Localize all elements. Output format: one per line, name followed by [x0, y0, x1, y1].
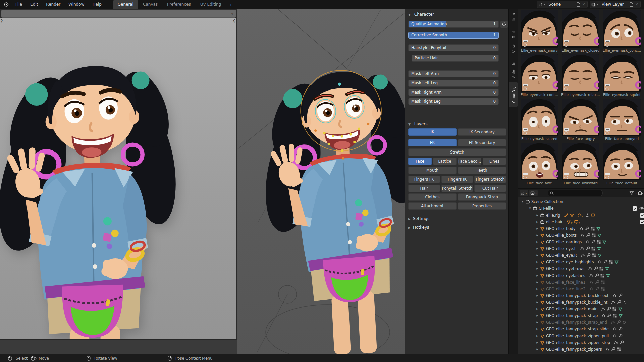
- pose-asset-thumbnail[interactable]: [603, 54, 641, 92]
- slider-corrective-smooth[interactable]: Corrective Smooth1: [408, 32, 499, 39]
- outliner-item-label[interactable]: GEO-ellie_fannypack_buckle_ext: [546, 293, 609, 298]
- outliner-item-label[interactable]: GEO-ellie_fannypack_zipper_stop: [546, 340, 610, 345]
- expand-icon[interactable]: ▶: [536, 234, 539, 237]
- layer-button-hair[interactable]: Hair: [408, 185, 440, 192]
- workspace-tab-canvas[interactable]: Canvas: [138, 0, 162, 9]
- outliner-item-label[interactable]: GEO-ellie_fannypack_strap_end: [546, 320, 607, 325]
- expand-icon[interactable]: ▶: [536, 288, 539, 290]
- new-view-layer-icon[interactable]: [629, 2, 633, 7]
- outliner-item-label[interactable]: GEO-ellie_face_line2: [546, 287, 586, 291]
- outliner-item-label[interactable]: Scene Collection: [531, 199, 564, 204]
- expand-icon[interactable]: ▶: [536, 214, 539, 217]
- layer-button-lattice[interactable]: Lattice: [433, 158, 457, 165]
- outliner-item-label[interactable]: CH-ellie: [539, 206, 554, 211]
- outliner-item-label[interactable]: GEO-ellie_fannypack_strap: [546, 313, 598, 318]
- outliner-row-geo-ellie-fannypack-zippers[interactable]: ▶GEO-ellie_fannypack_zippers: [518, 346, 644, 353]
- remove-view-layer-icon[interactable]: ✕: [635, 2, 639, 7]
- selectable-checkbox[interactable]: [640, 213, 644, 218]
- layer-button-teeth[interactable]: Teeth: [458, 167, 506, 174]
- outliner-row-ch-ellie[interactable]: ▼CH-ellie: [518, 205, 644, 212]
- outliner-row-geo-ellie-eye-highlights[interactable]: ▶GEO-ellie_eye_highlights: [518, 259, 644, 265]
- outliner-row-geo-ellie-earrings[interactable]: ▶GEO-ellie_earrings: [518, 239, 644, 245]
- outliner-row-geo-ellie-fannypack-strap-end[interactable]: ▶GEO-ellie_fannypack_strap_end: [518, 319, 644, 326]
- search-input[interactable]: [555, 191, 593, 195]
- outliner-item-label[interactable]: GEO-ellie_eye.L: [546, 246, 576, 251]
- region-arrow-left-icon[interactable]: ❯: [0, 19, 3, 22]
- menu-render[interactable]: Render: [42, 0, 64, 9]
- layer-button-cut-hair[interactable]: Cut Hair: [474, 185, 506, 192]
- slider-particle-hair[interactable]: Particle Hair0: [412, 55, 499, 62]
- outliner-item-label[interactable]: GEO-ellie_eyebrows: [546, 266, 584, 271]
- expand-icon[interactable]: ▶: [536, 348, 539, 351]
- outliner-row-geo-ellie-eyelashes[interactable]: ▶GEO-ellie_eyelashes: [518, 272, 644, 279]
- outliner-row-geo-ellie-fannypack-buckle-int[interactable]: ▶GEO-ellie_fannypack_buckle_int: [518, 299, 644, 306]
- collapse-header-icon[interactable]: ∨: [231, 12, 233, 16]
- outliner-item-label[interactable]: GEO-ellie_eye_highlights: [546, 260, 594, 264]
- expand-icon[interactable]: ▶: [536, 267, 539, 270]
- n-panel-tab-item[interactable]: Item: [509, 10, 518, 24]
- region-arrow-right-icon[interactable]: ❮: [233, 19, 235, 22]
- selectable-checkbox[interactable]: [633, 206, 637, 211]
- outliner-item-label[interactable]: GEO-ellie_fannypack_buckle_int: [546, 300, 607, 305]
- pose-asset-thumbnail[interactable]: [521, 99, 558, 136]
- outliner-row-scene-collection[interactable]: ▼Scene Collection: [518, 198, 644, 205]
- expand-icon[interactable]: ▶: [536, 321, 539, 324]
- new-scene-icon[interactable]: [576, 2, 580, 7]
- workspace-tab-uv-editing[interactable]: UV Editing: [196, 0, 226, 9]
- slider-quality-animation[interactable]: Quality: Animation1: [408, 21, 499, 28]
- slider-mask-right-leg[interactable]: Mask Right Leg0: [408, 98, 499, 105]
- pose-asset-thumbnail[interactable]: [521, 143, 558, 180]
- n-panel-tab-animation[interactable]: Animation: [509, 57, 518, 80]
- workspace-tab-preferences[interactable]: Preferences: [162, 0, 196, 9]
- expand-icon[interactable]: ▶: [536, 301, 539, 304]
- layer-button-face[interactable]: Face: [408, 158, 432, 165]
- outliner-row-geo-ellie-face-line2[interactable]: ▶GEO-ellie_face_line2: [518, 286, 644, 292]
- slider-mask-left-leg[interactable]: Mask Left Leg0: [408, 80, 499, 87]
- layer-button-properties[interactable]: Properties: [458, 202, 506, 210]
- pose-asset-thumbnail[interactable]: [562, 143, 599, 180]
- outliner-search[interactable]: [548, 190, 603, 196]
- refresh-icon[interactable]: [500, 21, 508, 28]
- slider-mask-left-arm[interactable]: Mask Left Arm0: [408, 70, 499, 77]
- expand-icon[interactable]: ▶: [536, 221, 539, 223]
- view-layer-name[interactable]: View Layer: [600, 2, 628, 7]
- layer-button-fingers-stretch[interactable]: Fingers Stretch: [474, 176, 506, 183]
- layer-button-fk[interactable]: FK: [408, 139, 457, 146]
- outliner-row-geo-ellie-eyebrows[interactable]: ▶GEO-ellie_eyebrows: [518, 265, 644, 272]
- outliner-item-label[interactable]: GEO-ellie_fannypack_strap_slide: [546, 327, 609, 331]
- collapsed-panel-hotkeys[interactable]: ▶Hotkeys: [408, 225, 429, 230]
- menu-file[interactable]: File: [11, 0, 26, 9]
- outliner-item-label[interactable]: GEO-ellie_boots: [546, 233, 577, 238]
- expand-icon[interactable]: ▶: [536, 308, 539, 310]
- expand-icon[interactable]: ▶: [536, 294, 539, 297]
- display-mode-button[interactable]: ▾: [529, 190, 538, 196]
- pose-asset-thumbnail[interactable]: [603, 10, 641, 48]
- new-collection-icon[interactable]: [638, 191, 643, 195]
- expand-icon[interactable]: ▶: [536, 328, 539, 330]
- layer-button-ik-secondary[interactable]: IK Secondary: [458, 128, 506, 136]
- editor-type-button[interactable]: ▾: [520, 190, 528, 196]
- menu-edit[interactable]: Edit: [26, 0, 42, 9]
- expand-icon[interactable]: ▶: [536, 254, 539, 257]
- outliner-row-geo-ellie-fannypack-buckle-ext[interactable]: ▶GEO-ellie_fannypack_buckle_ext: [518, 292, 644, 299]
- image-editor-header[interactable]: ∨: [1, 10, 236, 18]
- layer-button-fannypack-strap[interactable]: Fannypack Strap: [458, 193, 506, 201]
- scene-selector[interactable]: ▾ Scene ✕: [537, 1, 588, 8]
- pose-asset-thumbnail[interactable]: [603, 143, 641, 180]
- layer-button-fk-secondary[interactable]: FK Secondary: [458, 139, 506, 146]
- outliner-item-label[interactable]: GEO-ellie_face_line1: [546, 280, 586, 285]
- blender-logo-icon[interactable]: [0, 2, 11, 7]
- expand-icon[interactable]: ▶: [536, 227, 539, 230]
- collapse-icon[interactable]: ▼: [521, 200, 524, 203]
- outliner-item-label[interactable]: GEO-ellie_fannypack_zippers: [546, 347, 602, 352]
- outliner-item-label[interactable]: GEO-ellie_earrings: [546, 240, 582, 244]
- slider-mask-right-arm[interactable]: Mask Right Arm0: [408, 89, 499, 96]
- outliner-row-geo-ellie-face-line1[interactable]: ▶GEO-ellie_face_line1: [518, 279, 644, 286]
- outliner-row-geo-ellie-fannypack-main[interactable]: ▶GEO-ellie_fannypack_main: [518, 306, 644, 312]
- outliner-row-ellie-hair[interactable]: ▶ellie.hair132: [518, 219, 644, 225]
- add-workspace-button[interactable]: +: [226, 1, 236, 9]
- collapse-icon[interactable]: ▼: [528, 207, 532, 210]
- pose-asset-thumbnail[interactable]: [562, 99, 599, 136]
- outliner-row-geo-ellie-fannypack-strap-slide[interactable]: ▶GEO-ellie_fannypack_strap_slide: [518, 326, 644, 333]
- slider-hairstyle-ponytail[interactable]: Hairstyle: Ponytail0: [408, 44, 499, 51]
